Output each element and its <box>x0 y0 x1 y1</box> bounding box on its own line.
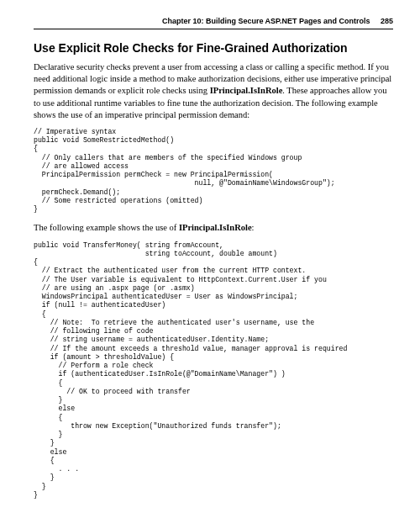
paragraph-1: Declarative security checks prevent a us… <box>34 61 393 121</box>
paragraph-2: The following example shows the use of I… <box>34 222 393 234</box>
running-header: Chapter 10: Building Secure ASP.NET Page… <box>34 17 393 29</box>
section-title: Use Explicit Role Checks for Fine-Graine… <box>34 41 393 55</box>
para2-text-b: : <box>252 223 255 232</box>
code-block-1: // Imperative syntax public void SomeRes… <box>34 128 393 214</box>
page-number: 285 <box>381 17 393 25</box>
para2-bold: IPrincipal.IsInRole <box>179 223 252 232</box>
para2-text-a: The following example shows the use of <box>34 223 179 232</box>
para1-bold: IPrincipal.IsInRole <box>210 86 283 95</box>
code-block-2: public void TransferMoney( string fromAc… <box>34 241 393 500</box>
page: Chapter 10: Building Secure ASP.NET Page… <box>0 0 420 513</box>
chapter-label: Chapter 10: Building Secure ASP.NET Page… <box>162 17 370 25</box>
